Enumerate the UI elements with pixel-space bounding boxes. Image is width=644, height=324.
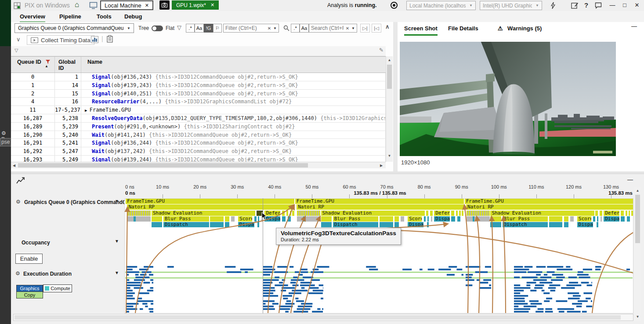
timeline-bar[interactable] [595,211,598,216]
scrollbar-thumb[interactable] [18,163,308,167]
timeline-bar[interactable] [424,216,426,222]
timeline-bar-dispatch[interactable]: Dispatch [163,222,209,227]
timeline-bar[interactable] [210,216,223,222]
trend-chart-icon[interactable] [16,177,25,184]
timeline-bar[interactable] [303,216,305,222]
gpu-dropdown[interactable]: Intel(R) UHD Graphics ▼ [480,1,542,10]
home-icon[interactable]: ⌂ [75,0,79,9]
timeline-bar[interactable] [292,211,294,216]
table-row[interactable]: 16,2925,247Wait(obj#137,242) {this->ID3D… [11,147,386,156]
timeline-bar[interactable] [394,216,399,222]
col-header-global-id[interactable]: Global ID [55,57,81,73]
timeline-bar[interactable] [564,216,568,222]
timeline-vertical-scrollbar[interactable]: ▲ ▼ [634,187,641,321]
timeline-bar[interactable] [621,211,624,216]
timeline-bar-score[interactable]: Score [238,216,252,222]
timeline-bar-frametime-gpu[interactable]: FrameTime.GPU [465,199,633,204]
table-row[interactable]: 1117-5,237▶ FrameTime.GPU [11,106,386,114]
timeline-bar-natori-rp[interactable]: Natori RP [297,204,464,210]
scroll-down-icon[interactable]: ▼ [386,154,393,158]
filter-funnel-icon[interactable]: ▽ [177,24,181,31]
tab-tools[interactable]: Tools [97,11,112,22]
timeline-bar[interactable] [549,222,562,227]
enable-occupancy-button[interactable]: Enable [15,254,43,264]
clear-search-icon[interactable]: ✕ [346,26,349,31]
timeline-bar[interactable] [321,222,332,227]
gear-icon[interactable]: ⚙ [16,199,21,205]
timeline-bar[interactable] [427,222,429,227]
scroll-up-icon[interactable]: ▲ [634,189,641,193]
timeline-bar[interactable] [225,216,229,222]
timeline-bar[interactable] [297,216,320,222]
timeline-bar[interactable] [134,216,136,222]
close-button[interactable]: ✕ [632,0,642,11]
timeline-bar[interactable] [427,216,429,222]
vertical-splitter[interactable] [393,22,398,174]
chevron-down-icon[interactable]: ▼ [351,26,355,30]
scrollbar-thumb[interactable] [635,195,640,243]
match-case-toggle[interactable]: Aa [195,24,204,33]
col-header-queue-id[interactable]: Queue ID ▲ [11,57,55,73]
timeline-bar[interactable] [490,216,501,222]
timeline-bar[interactable] [549,216,562,222]
timeline-bar[interactable] [152,216,163,222]
tab-overview[interactable]: Overview [20,11,45,23]
timeline-bar-blur-pass[interactable]: Blur Pass [503,216,548,222]
queue-select-dropdown[interactable]: Graphics Queue 0 (Graphics CommandQueue)… [14,23,134,33]
timeline-bar[interactable] [462,211,463,216]
minimize-button[interactable]: — [608,0,617,11]
scroll-down-icon[interactable]: ▼ [634,315,641,319]
funnel-icon[interactable]: ▽ [14,47,18,53]
timeline-bar[interactable] [257,222,259,227]
scroll-left-icon[interactable]: ◀ [13,164,15,167]
timeline-bar[interactable] [426,211,429,216]
table-row[interactable]: 114Signal(obj#139,243) {this->ID3D12Comm… [11,81,386,90]
timeline-bar[interactable] [473,216,475,222]
timeline-bar-dispatch[interactable]: Dispatch [503,222,548,227]
close-icon[interactable]: ✕ [210,2,214,8]
timeline-bar[interactable] [600,211,602,216]
timeline-bar-dispa[interactable]: Dispa [434,216,450,222]
timeline-bar-dispat[interactable]: Dispat [238,222,254,227]
timeline-bar[interactable] [490,222,501,227]
timeline-bar[interactable] [401,216,404,222]
timeline-bar[interactable] [564,222,568,227]
scrollbar-thumb[interactable] [14,315,621,320]
scrollbar-thumb[interactable] [387,65,392,89]
timeline-bar[interactable] [457,216,460,222]
timeline-bar[interactable] [297,211,320,216]
monitor-icon[interactable] [89,2,98,9]
timeline-bar[interactable] [210,222,223,227]
timeline-bar[interactable] [225,222,229,227]
table-row[interactable]: 215Signal(obj#140,251) {this->ID3D12Comm… [11,90,386,98]
tab-local-machine[interactable]: Local Machine ✕ [100,0,153,10]
capture-screenshot-image[interactable] [400,42,616,156]
timeline-bar[interactable] [290,211,291,216]
timeline-bar-dispat[interactable]: Dispat [408,222,423,227]
chevron-down-icon[interactable]: ▼ [115,199,119,204]
timeline-bar[interactable] [258,216,259,222]
feedback-icon[interactable] [595,2,602,9]
timeline-bar-score[interactable]: Score [408,216,422,222]
timeline-bar[interactable] [254,216,257,222]
search-case-toggle[interactable]: Aa [300,24,309,33]
clipboard-icon[interactable] [107,35,113,43]
legend-graphics[interactable]: Graphics [16,285,43,292]
timeline-bar[interactable] [467,216,490,222]
col-header-name[interactable]: Name [81,57,386,73]
timeline-bar-shadow-evaluation[interactable]: Shadow Evaluation [152,211,255,216]
timeline-bar[interactable] [127,216,151,222]
scroll-right-icon[interactable]: ▶ [380,164,383,167]
timeline-bar[interactable] [467,211,490,216]
record-icon[interactable] [391,2,398,9]
table-row[interactable]: 16,2895,239Present(obj#291,0,<unknown>) … [11,123,386,131]
collapse-panel-icon[interactable]: ∧ [385,23,390,30]
timeline-bar[interactable] [629,211,630,216]
timeline-bar[interactable] [431,216,432,222]
timeline-bar[interactable] [451,211,454,216]
timeline-bar[interactable] [626,211,627,216]
edit-filter-icon[interactable]: ✎ [379,47,384,53]
chevron-down-icon[interactable]: ▼ [115,270,119,275]
timeline-bar[interactable] [288,216,291,222]
timeline-plot[interactable]: FrameTime.GPUNatori RPShadow EvaluationD… [124,198,633,313]
